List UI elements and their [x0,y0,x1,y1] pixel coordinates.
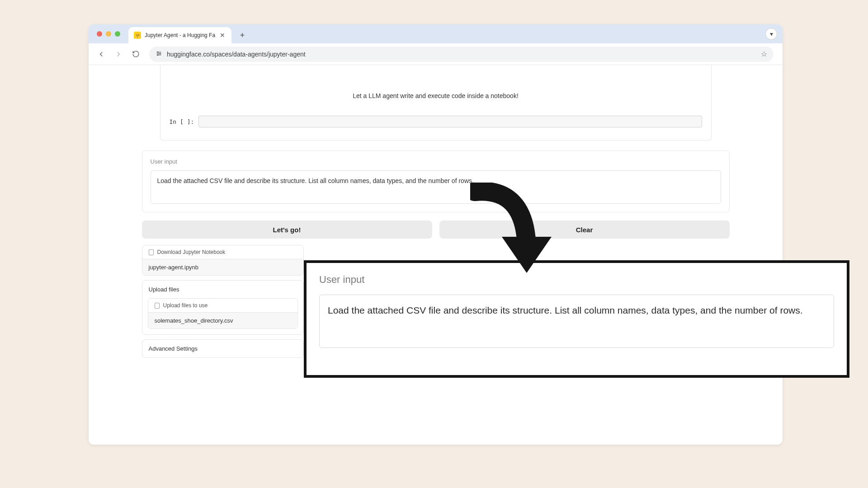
upload-files-button[interactable]: Upload files to use [148,299,297,312]
svg-marker-6 [502,237,552,273]
forward-button[interactable] [111,47,126,61]
lets-go-button[interactable]: Let's go! [142,221,432,239]
document-icon [155,303,160,309]
document-icon [149,249,154,255]
window-controls [93,24,125,43]
upload-files-card: Upload files Upload files to use solemat… [142,280,304,335]
callout-user-input-value: Load the attached CSV file and describe … [319,295,834,348]
uploaded-filename-row[interactable]: solemates_shoe_directory.csv [148,312,297,328]
upload-files-title: Upload files [142,281,303,298]
tab-title: Jupyter Agent - a Hugging Fa [145,32,215,38]
browser-tab[interactable]: 🤗 Jupyter Agent - a Hugging Fa ✕ [128,27,231,43]
cell-code-input[interactable] [198,116,702,127]
user-input-textarea[interactable]: Load the attached CSV file and describe … [151,170,721,204]
url-text: huggingface.co/spaces/data-agents/jupyte… [167,51,306,58]
callout-user-input-label: User input [319,274,834,286]
notebook-panel: Let a LLM agent write and execute code i… [160,65,712,141]
upload-files-inner: Upload files to use solemates_shoe_direc… [148,298,298,329]
user-input-label: User input [151,158,721,165]
notebook-description: Let a LLM agent write and execute code i… [170,92,702,99]
notebook-filename-row[interactable]: jupyter-agent.ipynb [142,259,303,275]
address-bar[interactable]: huggingface.co/spaces/data-agents/jupyte… [149,47,774,62]
reload-button[interactable] [128,47,143,61]
chevron-down-icon: ▾ [770,30,773,38]
browser-window: 🤗 Jupyter Agent - a Hugging Fa ✕ + ▾ hug… [89,24,783,445]
download-notebook-card: Download Jupyter Notebook jupyter-agent.… [142,245,304,276]
action-buttons: Let's go! Clear [142,221,730,239]
notebook-cell: In [ ]: [170,116,702,127]
site-settings-icon[interactable] [156,50,162,58]
page-content: Let a LLM agent write and execute code i… [89,65,783,445]
download-notebook-header[interactable]: Download Jupyter Notebook [142,245,303,259]
browser-menu-button[interactable]: ▾ [765,28,777,40]
advanced-settings-label: Advanced Settings [149,345,198,352]
new-tab-button[interactable]: + [236,29,249,42]
bookmark-star-icon[interactable]: ☆ [761,50,767,58]
annotation-arrow [470,183,552,277]
minimize-window-button[interactable] [106,31,111,37]
back-button[interactable] [94,47,108,61]
maximize-window-button[interactable] [115,31,120,37]
close-window-button[interactable] [97,31,102,37]
download-notebook-label: Download Jupyter Notebook [157,249,226,255]
advanced-settings-card[interactable]: Advanced Settings [142,339,304,358]
nav-bar: huggingface.co/spaces/data-agents/jupyte… [89,43,783,65]
tab-close-icon[interactable]: ✕ [219,32,226,39]
user-input-section: User input Load the attached CSV file an… [142,150,730,212]
tab-bar: 🤗 Jupyter Agent - a Hugging Fa ✕ + ▾ [89,24,783,43]
upload-files-button-label: Upload files to use [163,302,208,309]
tab-favicon: 🤗 [134,32,141,39]
user-input-card: User input Load the attached CSV file an… [142,150,730,212]
annotation-callout: User input Load the attached CSV file an… [304,260,849,378]
cell-prompt: In [ ]: [170,118,194,125]
